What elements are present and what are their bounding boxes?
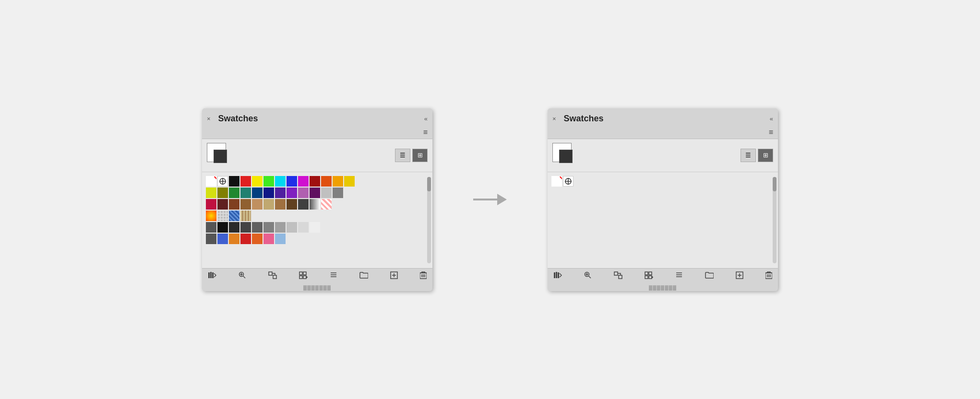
color-preview-2[interactable] bbox=[552, 143, 577, 168]
swatch-gray3[interactable] bbox=[287, 222, 297, 233]
swatch-red[interactable] bbox=[240, 176, 251, 187]
add-swatch-icon-2[interactable] bbox=[736, 271, 743, 281]
svg-rect-43 bbox=[645, 276, 648, 279]
swatch-magenta[interactable] bbox=[298, 176, 309, 187]
swatch-sienna[interactable] bbox=[240, 199, 251, 210]
search-icon-1[interactable] bbox=[239, 271, 246, 281]
swatch-folder-1[interactable] bbox=[206, 222, 216, 233]
swatch-yellow2[interactable] bbox=[206, 188, 216, 198]
swatch-cyan[interactable] bbox=[275, 176, 286, 187]
swatch-khaki[interactable] bbox=[263, 199, 274, 210]
swatch-gray[interactable] bbox=[333, 188, 343, 198]
hamburger-icon-1[interactable]: ≡ bbox=[423, 128, 428, 137]
swatch-maroon[interactable] bbox=[217, 199, 228, 210]
swatch-checker[interactable] bbox=[321, 199, 332, 210]
resize-handle-1[interactable]: ▓▓▓▓▓▓▓ bbox=[202, 284, 432, 291]
swatch-gray1[interactable] bbox=[263, 222, 274, 233]
swatch-star[interactable] bbox=[206, 211, 216, 221]
swatch-options-icon-2[interactable] bbox=[675, 271, 683, 281]
resize-handle-2[interactable]: ▓▓▓▓▓▓▓ bbox=[548, 284, 778, 291]
svg-rect-33 bbox=[556, 272, 557, 278]
swatch-orange[interactable] bbox=[333, 176, 343, 187]
search-icon-2[interactable] bbox=[584, 271, 592, 281]
collapse-icon-2[interactable]: « bbox=[770, 115, 773, 122]
swatch-options-icon-1[interactable] bbox=[330, 271, 337, 281]
swatch-plum[interactable] bbox=[298, 188, 309, 198]
svg-rect-32 bbox=[554, 272, 555, 278]
swatch-brown[interactable] bbox=[229, 199, 239, 210]
swatch-row-4 bbox=[206, 222, 429, 233]
panel-header-1: ≡ bbox=[202, 126, 432, 139]
scrollbar-2[interactable] bbox=[773, 177, 777, 263]
open-icon-1[interactable] bbox=[359, 271, 368, 281]
open-icon-2[interactable] bbox=[705, 271, 714, 281]
swatch-violet[interactable] bbox=[287, 188, 297, 198]
swatch-gold[interactable] bbox=[344, 176, 355, 187]
replace-icon-2[interactable] bbox=[614, 271, 622, 281]
none-swatch-2[interactable] bbox=[551, 176, 562, 187]
swatch-olive[interactable] bbox=[217, 188, 228, 198]
add-swatch-icon-1[interactable] bbox=[390, 271, 398, 281]
library-icon-1[interactable] bbox=[208, 271, 216, 281]
none-swatch[interactable] bbox=[206, 176, 216, 187]
swatch-pattern2[interactable] bbox=[240, 211, 251, 221]
swatch-blue[interactable] bbox=[287, 176, 297, 187]
swatch-folder-2[interactable] bbox=[206, 234, 216, 244]
arrow-body bbox=[473, 199, 497, 200]
delete-icon-2[interactable] bbox=[765, 271, 772, 281]
swatch-lime[interactable] bbox=[263, 176, 274, 187]
new-color-group-icon-1[interactable] bbox=[299, 271, 308, 281]
swatch-orange3[interactable] bbox=[252, 234, 263, 244]
swatch-black[interactable] bbox=[229, 176, 239, 187]
registration-swatch[interactable] bbox=[217, 176, 228, 187]
library-icon-2[interactable] bbox=[553, 271, 562, 281]
swatch-gray2[interactable] bbox=[275, 222, 286, 233]
swatch-black2[interactable] bbox=[217, 222, 228, 233]
swatch-chocolate[interactable] bbox=[275, 199, 286, 210]
swatch-orange2[interactable] bbox=[229, 234, 239, 244]
swatch-lightgray2[interactable] bbox=[298, 222, 309, 233]
list-view-btn-1[interactable]: ☰ bbox=[395, 149, 410, 162]
swatch-lightgray-row1[interactable] bbox=[321, 188, 332, 198]
swatch-dark2[interactable] bbox=[240, 222, 251, 233]
swatch-darkorange[interactable] bbox=[321, 176, 332, 187]
swatch-lightblue2[interactable] bbox=[275, 234, 286, 244]
swatch-darkpurple[interactable] bbox=[310, 188, 320, 198]
swatch-dot-pattern[interactable] bbox=[217, 211, 228, 221]
swatch-darkblue[interactable] bbox=[263, 188, 274, 198]
swatch-darkbrown[interactable] bbox=[287, 199, 297, 210]
swatch-yellow[interactable] bbox=[252, 176, 263, 187]
scrollbar-1[interactable] bbox=[427, 177, 431, 263]
swatch-darkred[interactable] bbox=[310, 176, 320, 187]
close-icon-1[interactable]: × bbox=[207, 115, 211, 122]
list-view-btn-2[interactable]: ☰ bbox=[741, 149, 756, 162]
swatch-dark1[interactable] bbox=[229, 222, 239, 233]
swatches-area-1 bbox=[202, 172, 432, 268]
swatch-green2[interactable] bbox=[229, 188, 239, 198]
swatch-tan[interactable] bbox=[252, 199, 263, 210]
registration-swatch-2[interactable] bbox=[563, 176, 574, 187]
close-icon-2[interactable]: × bbox=[552, 115, 556, 122]
swatch-navy[interactable] bbox=[252, 188, 263, 198]
swatch-teal[interactable] bbox=[240, 188, 251, 198]
collapse-icon-1[interactable]: « bbox=[424, 115, 428, 122]
grid-view-btn-1[interactable]: ⊞ bbox=[412, 149, 428, 162]
swatch-blue-pattern[interactable] bbox=[229, 211, 239, 221]
swatch-pink[interactable] bbox=[263, 234, 274, 244]
swatch-gradient[interactable] bbox=[310, 199, 320, 210]
swatch-dark3[interactable] bbox=[252, 222, 263, 233]
delete-icon-1[interactable] bbox=[420, 271, 427, 281]
swatch-red2[interactable] bbox=[240, 234, 251, 244]
replace-icon-1[interactable] bbox=[268, 271, 277, 281]
swatch-purple[interactable] bbox=[275, 188, 286, 198]
swatch-darkgray[interactable] bbox=[298, 199, 309, 210]
hamburger-icon-2[interactable]: ≡ bbox=[769, 128, 773, 137]
swatch-crimson[interactable] bbox=[206, 199, 216, 210]
arrow-head bbox=[497, 194, 507, 205]
swatch-row-1 bbox=[206, 188, 429, 198]
swatch-blue2[interactable] bbox=[217, 234, 228, 244]
swatch-lighter[interactable] bbox=[310, 222, 320, 233]
grid-view-btn-2[interactable]: ⊞ bbox=[758, 149, 773, 162]
new-color-group-icon-2[interactable] bbox=[645, 271, 653, 281]
color-preview-1[interactable] bbox=[207, 143, 232, 168]
